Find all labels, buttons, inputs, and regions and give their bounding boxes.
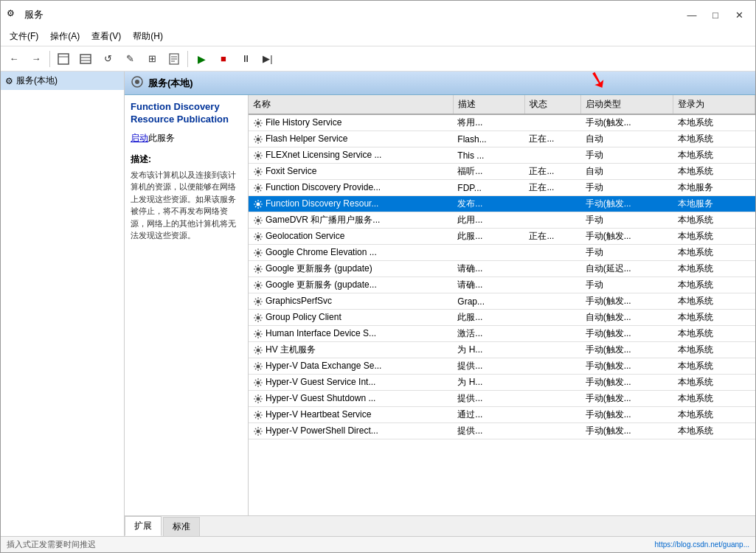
service-name: Hyper-V Data Exchange Se... xyxy=(249,358,453,375)
service-desc: This ... xyxy=(453,147,524,164)
service-startup: 手动(触发... xyxy=(581,326,673,342)
browse-button[interactable] xyxy=(53,49,74,69)
table-row[interactable]: Google Chrome Elevation ... 手动 本地系统 xyxy=(249,245,755,261)
minimize-button[interactable]: — xyxy=(682,7,702,22)
service-name: HV 主机服务 xyxy=(249,342,453,358)
table-row[interactable]: FLEXnet Licensing Service ... This ... 手… xyxy=(249,147,755,164)
back-button[interactable]: ← xyxy=(4,49,24,69)
service-status xyxy=(524,358,580,375)
col-header-startup[interactable]: 启动类型 xyxy=(581,95,673,114)
menu-bar: 文件(F) 操作(A) 查看(V) 帮助(H) xyxy=(1,27,755,46)
pause-button[interactable]: ⏸ xyxy=(235,49,256,69)
gear-icon xyxy=(253,394,263,404)
svg-point-25 xyxy=(257,348,260,352)
bottom-tabs: 扩展 标准 xyxy=(125,515,755,536)
svg-point-13 xyxy=(257,153,260,157)
table-row[interactable]: HV 主机服务 为 H... 手动(触发... 本地系统 xyxy=(249,342,755,358)
service-status: 正在... xyxy=(524,164,580,180)
restart-button[interactable]: ▶| xyxy=(257,49,278,69)
sidebar: ⚙ 服务(本地) xyxy=(1,72,125,536)
col-header-name[interactable]: 名称 xyxy=(249,95,453,114)
service-status xyxy=(524,114,580,131)
table-row[interactable]: File History Service 将用... 手动(触发... 本地系统 xyxy=(249,114,755,131)
service-startup: 手动(触发... xyxy=(581,407,673,423)
service-startup: 自动 xyxy=(581,164,673,180)
table-row[interactable]: Foxit Service 福听... 正在... 自动 本地系统 xyxy=(249,164,755,180)
new-button[interactable]: ⊞ xyxy=(142,49,162,69)
tab-standard[interactable]: 标准 xyxy=(163,517,200,536)
tab-extended[interactable]: 扩展 xyxy=(125,516,162,536)
table-row[interactable]: Hyper-V Guest Service Int... 为 H... 手动(触… xyxy=(249,375,755,391)
service-table-area[interactable]: 名称 描述 状态 启动类型 登录为 File History Service 将… xyxy=(249,95,755,515)
gear-icon xyxy=(253,167,263,177)
table-row[interactable]: Flash Helper Service Flash... 正在... 自动 本… xyxy=(249,131,755,147)
menu-help[interactable]: 帮助(H) xyxy=(127,29,169,44)
stop-button[interactable]: ■ xyxy=(213,49,234,69)
menu-view[interactable]: 查看(V) xyxy=(86,29,127,44)
service-title: Function Discovery Resource Publication xyxy=(131,101,242,126)
title-bar: ⚙ 服务 — □ ✕ xyxy=(1,1,755,27)
service-login: 本地系统 xyxy=(673,261,755,277)
service-login: 本地系统 xyxy=(673,391,755,407)
service-startup: 手动(触发... xyxy=(581,358,673,375)
gear-icon xyxy=(253,118,263,128)
menu-action[interactable]: 操作(A) xyxy=(44,29,86,44)
service-login: 本地系统 xyxy=(673,342,755,358)
refresh-button[interactable]: ↺ xyxy=(97,49,118,69)
svg-point-26 xyxy=(257,364,260,368)
table-row[interactable]: GameDVR 和广播用户服务... 此用... 手动 本地系统 xyxy=(249,212,755,229)
table-row[interactable]: Geolocation Service 此服... 正在... 手动(触发...… xyxy=(249,229,755,245)
svg-point-11 xyxy=(257,121,260,125)
svg-point-15 xyxy=(257,186,260,189)
service-startup: 手动 xyxy=(581,245,673,261)
service-startup: 手动(触发... xyxy=(581,342,673,358)
service-desc: 福听... xyxy=(453,164,524,180)
service-table: 名称 描述 状态 启动类型 登录为 File History Service 将… xyxy=(249,95,755,439)
desc-title: 描述: xyxy=(131,153,242,166)
forward-button[interactable]: → xyxy=(26,49,46,69)
table-row[interactable]: GraphicsPerfSvc Grap... 手动(触发... 本地系统 xyxy=(249,293,755,310)
table-row[interactable]: Google 更新服务 (gupdate... 请确... 手动 本地系统 xyxy=(249,277,755,293)
service-login: 本地系统 xyxy=(673,293,755,310)
col-header-login[interactable]: 登录为 xyxy=(673,95,755,114)
col-header-status[interactable]: 状态 xyxy=(524,95,580,114)
right-panel: 服务(本地) ➘ Function Discovery Resource Pub… xyxy=(125,72,755,536)
list-button[interactable] xyxy=(75,49,96,69)
service-name: Group Policy Client xyxy=(249,310,453,326)
service-status xyxy=(524,391,580,407)
table-row[interactable]: Human Interface Device S... 激活... 手动(触发.… xyxy=(249,326,755,342)
svg-point-19 xyxy=(257,251,260,254)
service-status xyxy=(524,245,580,261)
table-row[interactable]: Hyper-V Heartbeat Service 通过... 手动(触发...… xyxy=(249,407,755,423)
close-button[interactable]: ✕ xyxy=(729,7,749,22)
maximize-button[interactable]: □ xyxy=(705,7,726,22)
play-button[interactable]: ▶ xyxy=(191,49,212,69)
toolbar-separator-1 xyxy=(49,51,50,67)
svg-point-21 xyxy=(257,283,260,287)
service-login: 本地服务 xyxy=(673,180,755,196)
edit-button[interactable]: ✎ xyxy=(119,49,140,69)
table-row[interactable]: Hyper-V Guest Shutdown ... 提供... 手动(触发..… xyxy=(249,391,755,407)
gear-icon xyxy=(253,426,263,437)
table-row[interactable]: Function Discovery Resour... 发布... 手动(触发… xyxy=(249,196,755,212)
properties-button[interactable] xyxy=(164,49,184,69)
start-service-link[interactable]: 启动 xyxy=(131,133,148,143)
col-header-desc[interactable]: 描述 xyxy=(453,95,524,114)
svg-point-29 xyxy=(257,413,260,417)
table-row[interactable]: Hyper-V PowerShell Direct... 提供... 手动(触发… xyxy=(249,423,755,439)
table-row[interactable]: Function Discovery Provide... FDP... 正在.… xyxy=(249,180,755,196)
gear-icon xyxy=(253,361,263,372)
service-desc: 提供... xyxy=(453,358,524,375)
service-name: Flash Helper Service xyxy=(249,131,453,147)
table-row[interactable]: Google 更新服务 (gupdate) 请确... 自动(延迟... 本地系… xyxy=(249,261,755,277)
sidebar-item-label: 服务(本地) xyxy=(16,74,58,87)
sidebar-item-local[interactable]: ⚙ 服务(本地) xyxy=(1,72,124,90)
table-row[interactable]: Group Policy Client 此服... 自动(触发... 本地系统 xyxy=(249,310,755,326)
service-status xyxy=(524,277,580,293)
menu-file[interactable]: 文件(F) xyxy=(4,29,44,44)
title-left: ⚙ 服务 xyxy=(7,8,44,21)
service-status xyxy=(524,147,580,164)
table-row[interactable]: Hyper-V Data Exchange Se... 提供... 手动(触发.… xyxy=(249,358,755,375)
service-desc: 此服... xyxy=(453,310,524,326)
toolbar-separator-2 xyxy=(187,51,188,67)
